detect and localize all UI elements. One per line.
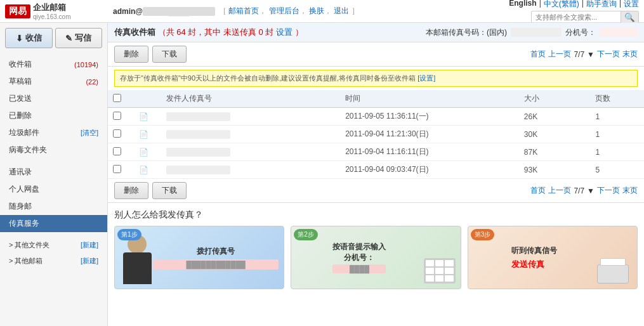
fax-machine-illustration <box>597 255 632 284</box>
col-header-pages: 页数 <box>590 90 644 108</box>
step-3-card: 第3步 听到传真信号 发送传真 <box>468 226 638 289</box>
fax-file-icon: 📄 <box>139 112 148 121</box>
col-header-time: 时间 <box>340 90 519 108</box>
logout-link[interactable]: 退出 <box>334 6 349 15</box>
spam-clear-link[interactable]: [清空] <box>81 128 98 138</box>
edit-icon: ✎ <box>65 34 72 43</box>
row-pages: 1 <box>590 126 644 143</box>
user-info: admin@████ ［ 邮箱首页， 管理后台， 换肤， 退出 ］ <box>113 6 509 16</box>
search-bar: 🔍 <box>531 11 639 24</box>
last-page-link[interactable]: 末页 <box>622 49 638 60</box>
sidebar-item-inbox[interactable]: 收件箱 (10194) <box>0 56 107 73</box>
download-button-bottom[interactable]: 下载 <box>152 182 187 199</box>
row-checkbox-cell[interactable] <box>108 126 134 143</box>
admin-link[interactable]: 管理后台 <box>269 6 299 15</box>
fax-settings-link[interactable]: 设置 <box>276 27 292 37</box>
prev-page-link-bottom[interactable]: 上一页 <box>548 185 571 196</box>
sidebar-item-contacts[interactable]: 通讯录 <box>0 164 107 181</box>
how-section: 别人怎么给我发传真？ 第1步 拨打传真号 ████████████ <box>108 203 644 296</box>
toolbar-bottom-left: 删除 下载 <box>114 182 187 199</box>
row-checkbox[interactable] <box>113 147 121 155</box>
branch-value <box>600 28 638 37</box>
receive-button[interactable]: ⬇ 收信 <box>5 28 53 48</box>
step-2-number: ████ <box>332 264 386 273</box>
delete-button[interactable]: 删除 <box>114 46 148 63</box>
sidebar-item-fax[interactable]: 传真服务 <box>0 215 107 232</box>
inbox-link[interactable]: 邮箱首页 <box>228 6 259 15</box>
fax-file-icon: 📄 <box>139 130 148 139</box>
compose-button[interactable]: ✎ 写信 <box>55 28 103 48</box>
sidebar: ⬇ 收信 ✎ 写信 收件箱 (10194) 草稿箱 (22) 已发送 已删除 <box>0 23 108 326</box>
warning-settings-link[interactable]: [设置] <box>417 74 435 82</box>
prev-page-link[interactable]: 上一页 <box>548 49 571 60</box>
settings-link[interactable]: 设置 <box>624 0 639 10</box>
inbox-count: (10194) <box>74 61 98 68</box>
fax-file-icon: 📄 <box>139 148 148 157</box>
sidebar-item-disk[interactable]: 个人网盘 <box>0 181 107 198</box>
lang-chinese-trad[interactable]: 中文(繁體) <box>544 0 579 10</box>
next-page-link[interactable]: 下一页 <box>597 49 620 60</box>
page-info-bottom: 7/7 <box>574 186 584 195</box>
search-button[interactable]: 🔍 <box>621 11 638 23</box>
new-mailbox-link[interactable]: [新建] <box>81 256 98 266</box>
keypad-illustration <box>424 258 456 284</box>
fax-number-area: 本邮箱传真号码：(国内) 分机号： <box>426 27 638 38</box>
table-row[interactable]: 📄 2011-09-04 09:03:47(日) 93K 5 <box>108 161 644 179</box>
row-sender <box>161 126 340 143</box>
table-row[interactable]: 📄 2011-09-05 11:36:11(一) 26K 1 <box>108 108 644 126</box>
row-time: 2011-09-04 09:03:47(日) <box>340 161 519 179</box>
sidebar-item-mobile[interactable]: 随身邮 <box>0 198 107 215</box>
row-time: 2011-09-05 11:36:11(一) <box>340 108 519 126</box>
table-header-row: 发件人传真号 时间 大小 页数 <box>108 90 644 108</box>
step-1-card: 第1步 拨打传真号 ████████████ <box>114 226 284 289</box>
col-header-check <box>108 90 134 108</box>
row-checkbox[interactable] <box>113 112 121 120</box>
action-buttons: ⬇ 收信 ✎ 写信 <box>0 23 107 53</box>
first-page-link[interactable]: 首页 <box>530 49 546 60</box>
step-2-content: 按语音提示输入分机号： ████ <box>327 237 424 278</box>
row-sender <box>161 143 340 161</box>
next-page-link-bottom[interactable]: 下一页 <box>597 185 620 196</box>
logo-area: 网易 企业邮箱 qiye.163.com <box>5 2 113 20</box>
sidebar-item-sent[interactable]: 已发送 <box>0 90 107 107</box>
row-checkbox-cell[interactable] <box>108 108 134 126</box>
sidebar-item-virus[interactable]: 病毒文件夹 <box>0 141 107 159</box>
delete-button-bottom[interactable]: 删除 <box>114 182 148 199</box>
new-folder-link[interactable]: [新建] <box>81 240 98 250</box>
table-row[interactable]: 📄 2011-09-04 11:21:30(日) 30K 1 <box>108 126 644 143</box>
header: 网易 企业邮箱 qiye.163.com admin@████ ［ 邮箱首页， … <box>0 0 644 23</box>
download-button[interactable]: 下载 <box>152 46 187 63</box>
row-checkbox[interactable] <box>113 165 121 173</box>
step-3-title: 听到传真信号 <box>511 245 557 256</box>
lang-links: English | 中文(繁體) | 助手查询 | 设置 <box>509 0 639 10</box>
page-nav-bottom: 首页 上一页 7/7 ▼ 下一页 末页 <box>530 185 638 196</box>
table-row[interactable]: 📄 2011-09-04 11:16:11(日) 87K 1 <box>108 143 644 161</box>
lang-english[interactable]: English <box>509 0 536 10</box>
row-pages: 5 <box>590 161 644 179</box>
sidebar-item-other-folders[interactable]: > 其他文件夹 [新建] <box>0 237 107 253</box>
unread-fax-link[interactable]: 未送传真 <box>223 27 256 37</box>
sidebar-item-drafts[interactable]: 草稿箱 (22) <box>0 73 107 90</box>
main-content: 传真收件箱 （共 64 封，其中 未送传真 0 封 设置 ） 本邮箱传真号码：(… <box>108 23 644 326</box>
row-size: 93K <box>519 161 591 179</box>
search-input[interactable] <box>532 12 621 22</box>
last-page-link-bottom[interactable]: 末页 <box>622 185 638 196</box>
step-3-content: 听到传真信号 发送传真 <box>506 240 598 275</box>
toolbar-left: 删除 下载 <box>114 46 187 63</box>
select-all-checkbox[interactable] <box>113 94 121 102</box>
fax-number-label: 本邮箱传真号码：(国内) <box>426 27 507 38</box>
row-checkbox[interactable] <box>113 129 121 138</box>
sidebar-item-spam[interactable]: 垃圾邮件 [清空] <box>0 124 107 141</box>
site-url: qiye.163.com <box>33 13 70 20</box>
first-page-link-bottom[interactable]: 首页 <box>530 185 546 196</box>
step-1-number: ████████████ <box>153 259 279 270</box>
row-checkbox-cell[interactable] <box>108 161 134 179</box>
sidebar-item-deleted[interactable]: 已删除 <box>0 107 107 124</box>
switch-link[interactable]: 换肤 <box>309 6 324 15</box>
branch-label: 分机号： <box>565 27 596 38</box>
col-header-sender: 发件人传真号 <box>161 90 340 108</box>
help-link[interactable]: 助手查询 <box>586 0 617 10</box>
sidebar-item-other-mailbox[interactable]: > 其他邮箱 [新建] <box>0 253 107 269</box>
row-checkbox-cell[interactable] <box>108 143 134 161</box>
row-time: 2011-09-04 11:16:11(日) <box>340 143 519 161</box>
